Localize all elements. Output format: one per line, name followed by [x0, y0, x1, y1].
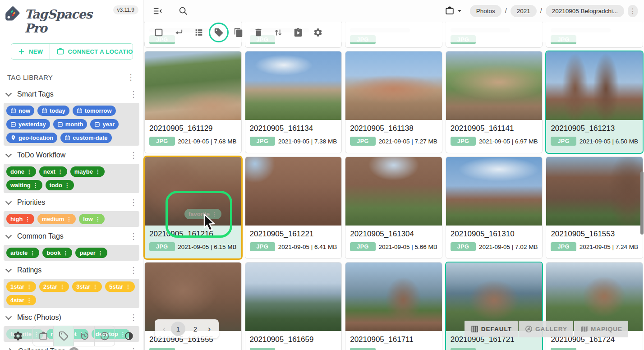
tag-pill[interactable]: 4star⋮ — [6, 295, 36, 305]
tag-menu-dots[interactable]: ⋮ — [27, 169, 32, 175]
file-card[interactable]: 20210905_161141JPG2021-09-05 | 6.97 MB — [446, 51, 543, 153]
tag-group-menu-button[interactable]: ⋮ — [127, 313, 140, 322]
settings-button[interactable] — [10, 328, 26, 344]
tag-pill[interactable]: book⋮ — [42, 248, 72, 258]
folder-menu-button[interactable]: ⋮ — [628, 5, 638, 17]
file-card[interactable]: 20210905_161711JPG — [345, 262, 442, 350]
locations-nav-button[interactable] — [33, 326, 53, 346]
tag-group-header-priorities[interactable]: Priorities⋮ — [0, 193, 143, 211]
theme-toggle-button[interactable] — [121, 328, 137, 344]
select-all-button[interactable] — [149, 25, 169, 40]
sort-button[interactable] — [268, 25, 288, 40]
tag-pill[interactable]: tomorrow — [73, 106, 116, 116]
navigate-parent-button[interactable] — [169, 25, 189, 41]
tag-pill[interactable]: maybe⋮ — [70, 166, 105, 177]
location-picker-button[interactable] — [442, 3, 466, 18]
tag-menu-dots[interactable]: ⋮ — [27, 297, 32, 304]
perspective-default-button[interactable]: DEFAULT — [465, 321, 518, 337]
tag-menu-dots[interactable]: ⋮ — [33, 182, 38, 189]
connect-location-button[interactable]: CONNECT A LOCATION — [50, 44, 133, 59]
perspective-mapique-button[interactable]: MAPIQUE — [574, 321, 628, 337]
tag-pill[interactable]: low⋮ — [79, 214, 105, 224]
tag-pill[interactable]: geo-location — [6, 133, 57, 143]
tag-label: todo — [50, 182, 62, 189]
tag-menu-dots[interactable]: ⋮ — [64, 182, 70, 189]
tag-pill[interactable]: todo⋮ — [46, 180, 74, 190]
move-paste-button[interactable] — [288, 25, 308, 40]
tag-pill[interactable]: waiting⋮ — [6, 180, 42, 190]
file-card[interactable]: 20210905_161221JPG2021-09-05 | 6.41 MB — [245, 157, 342, 258]
tag-pill[interactable]: done⋮ — [6, 166, 36, 177]
perspective-gallery-button[interactable]: GALLERY — [519, 321, 573, 337]
tag-menu-dots[interactable]: ⋮ — [60, 284, 65, 290]
tag-group-menu-button[interactable]: ⋮ — [127, 89, 140, 99]
tag-menu-dots[interactable]: ⋮ — [125, 284, 131, 290]
tag-pill[interactable]: year — [90, 119, 119, 129]
copy-files-button[interactable] — [229, 25, 248, 40]
tag-group-header-todo-workflow[interactable]: ToDo Workflow⋮ — [0, 146, 143, 164]
tag-group-header-smart-tags[interactable]: Smart Tags⋮ — [0, 85, 143, 103]
tag-files-button[interactable] — [209, 25, 229, 40]
tag-pill[interactable]: now — [6, 106, 34, 116]
prev-page-button[interactable]: ‹ — [160, 323, 168, 335]
page-button-1[interactable]: 1 — [171, 322, 185, 336]
tag-pill[interactable]: article⋮ — [6, 248, 39, 258]
file-card[interactable]: 20210905_161129JPG2021-09-05 | 7.68 MB — [145, 51, 241, 153]
tag-pill[interactable]: 5star⋮ — [105, 281, 135, 292]
tag-menu-dots[interactable]: ⋮ — [27, 284, 32, 290]
tag-group-menu-button[interactable]: ⋮ — [127, 150, 140, 160]
tag-pill[interactable]: 3star⋮ — [72, 281, 102, 292]
tag-group-menu-button[interactable]: ⋮ — [127, 231, 140, 241]
tag-menu-dots[interactable]: ⋮ — [92, 284, 98, 290]
view-mode-button[interactable] — [189, 25, 209, 40]
tag-group-header-common-tags[interactable]: Common Tags⋮ — [0, 227, 143, 245]
tag-library-menu-button[interactable]: ⋮ — [124, 72, 138, 82]
tag-menu-dots[interactable]: ⋮ — [98, 250, 103, 256]
tag-pill[interactable]: 2star⋮ — [39, 281, 69, 292]
help-nav-button[interactable] — [94, 326, 115, 346]
tag-pill[interactable]: medium⋮ — [37, 214, 76, 224]
file-card[interactable]: 20210905_161659JPG — [245, 262, 342, 350]
tag-menu-dots[interactable]: ⋮ — [95, 169, 101, 175]
tag-group-label: ToDo Workflow — [17, 151, 127, 159]
tag-menu-dots[interactable]: ⋮ — [58, 169, 63, 175]
tag-menu-dots[interactable]: ⋮ — [95, 216, 101, 222]
tag-menu-dots[interactable]: ⋮ — [66, 216, 72, 222]
page-button-2[interactable]: 2 — [188, 322, 202, 336]
tag-library-nav-button[interactable] — [53, 326, 74, 346]
tag-panel-ratings: 1star⋮2star⋮3star⋮5star⋮4star⋮ — [4, 279, 139, 308]
delete-files-button[interactable] — [248, 25, 268, 40]
tag-pill[interactable]: custom-date — [60, 133, 111, 143]
tag-group-menu-button[interactable]: ⋮ — [127, 198, 140, 207]
breadcrumb-item[interactable]: 2021 — [511, 5, 537, 17]
tag-pill[interactable]: next⋮ — [39, 166, 67, 177]
file-card[interactable]: 20210905_161134JPG2021-09-05 | 7.38 MB — [245, 51, 342, 153]
calendar-icon — [94, 121, 100, 127]
file-card[interactable]: 20210905_161216JPG2021-09-05 | 6.15 MBfa… — [145, 157, 241, 258]
search-button[interactable] — [175, 3, 191, 18]
tag-pill[interactable]: paper⋮ — [75, 248, 107, 258]
file-card[interactable]: 20210905_161138JPG2021-09-05 | 7.27 MB — [345, 51, 442, 153]
scrollbar-thumb[interactable] — [640, 171, 644, 235]
file-card[interactable]: 20210905_161553JPG2021-09-05 | 7.24 MB — [546, 157, 643, 258]
tag-pill[interactable]: month — [53, 119, 87, 129]
file-card[interactable]: 20210905_161310JPG2021-09-05 | 7.02 MB — [446, 157, 543, 258]
tag-group-menu-button[interactable]: ⋮ — [127, 265, 140, 275]
breadcrumb-item[interactable]: 20210905 Belogradchi... — [546, 5, 624, 17]
collapse-sidebar-button[interactable] — [150, 3, 166, 19]
tag-group-header-ratings[interactable]: Ratings⋮ — [0, 261, 143, 279]
file-card[interactable]: 20210905_161304JPG2021-09-05 | 5.66 MB — [345, 157, 442, 258]
tag-pill[interactable]: today — [37, 106, 69, 116]
tag-pill[interactable]: high⋮ — [6, 214, 34, 224]
grid-settings-button[interactable] — [308, 25, 328, 40]
breadcrumb-item[interactable]: Photos — [470, 5, 501, 17]
file-card[interactable]: 20210905_161213JPG2021-09-05 | 6.50 MB — [546, 51, 643, 153]
tag-pill[interactable]: yesterday — [6, 119, 50, 129]
recent-files-nav-button[interactable] — [74, 326, 94, 346]
tag-menu-dots[interactable]: ⋮ — [30, 250, 35, 256]
tag-menu-dots[interactable]: ⋮ — [25, 216, 30, 222]
new-button[interactable]: NEW — [11, 44, 50, 59]
tag-pill[interactable]: 1star⋮ — [6, 281, 36, 292]
tag-menu-dots[interactable]: ⋮ — [63, 250, 68, 256]
next-page-button[interactable]: › — [205, 323, 213, 335]
